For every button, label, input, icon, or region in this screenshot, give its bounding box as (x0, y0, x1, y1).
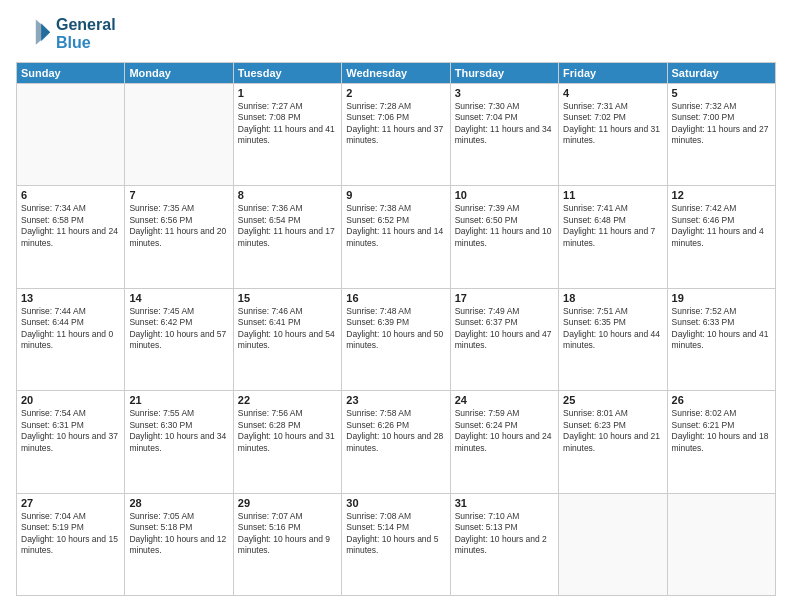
day-detail: Sunrise: 7:52 AM Sunset: 6:33 PM Dayligh… (672, 306, 771, 352)
calendar-day-cell: 7Sunrise: 7:35 AM Sunset: 6:56 PM Daylig… (125, 186, 233, 288)
weekday-header: Monday (125, 63, 233, 84)
calendar-week-row: 27Sunrise: 7:04 AM Sunset: 5:19 PM Dayli… (17, 493, 776, 595)
calendar-day-cell: 23Sunrise: 7:58 AM Sunset: 6:26 PM Dayli… (342, 391, 450, 493)
calendar-week-row: 1Sunrise: 7:27 AM Sunset: 7:08 PM Daylig… (17, 84, 776, 186)
calendar-day-cell: 22Sunrise: 7:56 AM Sunset: 6:28 PM Dayli… (233, 391, 341, 493)
day-detail: Sunrise: 7:36 AM Sunset: 6:54 PM Dayligh… (238, 203, 337, 249)
day-detail: Sunrise: 7:48 AM Sunset: 6:39 PM Dayligh… (346, 306, 445, 352)
weekday-header: Friday (559, 63, 667, 84)
calendar-day-cell: 24Sunrise: 7:59 AM Sunset: 6:24 PM Dayli… (450, 391, 558, 493)
day-number: 13 (21, 292, 120, 304)
day-number: 19 (672, 292, 771, 304)
weekday-header: Thursday (450, 63, 558, 84)
day-number: 24 (455, 394, 554, 406)
calendar-day-cell (559, 493, 667, 595)
calendar-day-cell: 13Sunrise: 7:44 AM Sunset: 6:44 PM Dayli… (17, 288, 125, 390)
day-number: 18 (563, 292, 662, 304)
day-number: 25 (563, 394, 662, 406)
day-detail: Sunrise: 7:59 AM Sunset: 6:24 PM Dayligh… (455, 408, 554, 454)
day-number: 1 (238, 87, 337, 99)
calendar-day-cell: 18Sunrise: 7:51 AM Sunset: 6:35 PM Dayli… (559, 288, 667, 390)
day-number: 20 (21, 394, 120, 406)
calendar-day-cell: 25Sunrise: 8:01 AM Sunset: 6:23 PM Dayli… (559, 391, 667, 493)
calendar-table: SundayMondayTuesdayWednesdayThursdayFrid… (16, 62, 776, 596)
day-detail: Sunrise: 7:28 AM Sunset: 7:06 PM Dayligh… (346, 101, 445, 147)
day-detail: Sunrise: 7:35 AM Sunset: 6:56 PM Dayligh… (129, 203, 228, 249)
day-number: 6 (21, 189, 120, 201)
calendar-day-cell: 21Sunrise: 7:55 AM Sunset: 6:30 PM Dayli… (125, 391, 233, 493)
calendar-day-cell: 2Sunrise: 7:28 AM Sunset: 7:06 PM Daylig… (342, 84, 450, 186)
calendar-day-cell: 8Sunrise: 7:36 AM Sunset: 6:54 PM Daylig… (233, 186, 341, 288)
day-detail: Sunrise: 7:42 AM Sunset: 6:46 PM Dayligh… (672, 203, 771, 249)
day-detail: Sunrise: 7:04 AM Sunset: 5:19 PM Dayligh… (21, 511, 120, 557)
calendar-day-cell: 1Sunrise: 7:27 AM Sunset: 7:08 PM Daylig… (233, 84, 341, 186)
calendar-day-cell: 28Sunrise: 7:05 AM Sunset: 5:18 PM Dayli… (125, 493, 233, 595)
day-number: 12 (672, 189, 771, 201)
day-number: 16 (346, 292, 445, 304)
calendar-day-cell: 11Sunrise: 7:41 AM Sunset: 6:48 PM Dayli… (559, 186, 667, 288)
logo-icon (16, 16, 52, 52)
day-number: 30 (346, 497, 445, 509)
day-detail: Sunrise: 7:45 AM Sunset: 6:42 PM Dayligh… (129, 306, 228, 352)
day-detail: Sunrise: 7:56 AM Sunset: 6:28 PM Dayligh… (238, 408, 337, 454)
day-detail: Sunrise: 7:44 AM Sunset: 6:44 PM Dayligh… (21, 306, 120, 352)
day-detail: Sunrise: 7:55 AM Sunset: 6:30 PM Dayligh… (129, 408, 228, 454)
day-detail: Sunrise: 7:31 AM Sunset: 7:02 PM Dayligh… (563, 101, 662, 147)
day-number: 31 (455, 497, 554, 509)
day-number: 28 (129, 497, 228, 509)
day-detail: Sunrise: 7:46 AM Sunset: 6:41 PM Dayligh… (238, 306, 337, 352)
day-number: 10 (455, 189, 554, 201)
day-number: 2 (346, 87, 445, 99)
header: General Blue (16, 16, 776, 52)
day-number: 4 (563, 87, 662, 99)
day-detail: Sunrise: 7:27 AM Sunset: 7:08 PM Dayligh… (238, 101, 337, 147)
day-number: 11 (563, 189, 662, 201)
day-detail: Sunrise: 7:07 AM Sunset: 5:16 PM Dayligh… (238, 511, 337, 557)
day-detail: Sunrise: 7:41 AM Sunset: 6:48 PM Dayligh… (563, 203, 662, 249)
day-detail: Sunrise: 7:38 AM Sunset: 6:52 PM Dayligh… (346, 203, 445, 249)
calendar-day-cell: 4Sunrise: 7:31 AM Sunset: 7:02 PM Daylig… (559, 84, 667, 186)
calendar-day-cell: 29Sunrise: 7:07 AM Sunset: 5:16 PM Dayli… (233, 493, 341, 595)
calendar-week-row: 20Sunrise: 7:54 AM Sunset: 6:31 PM Dayli… (17, 391, 776, 493)
day-detail: Sunrise: 7:49 AM Sunset: 6:37 PM Dayligh… (455, 306, 554, 352)
day-number: 23 (346, 394, 445, 406)
weekday-header: Saturday (667, 63, 775, 84)
calendar-day-cell: 12Sunrise: 7:42 AM Sunset: 6:46 PM Dayli… (667, 186, 775, 288)
day-detail: Sunrise: 7:51 AM Sunset: 6:35 PM Dayligh… (563, 306, 662, 352)
day-detail: Sunrise: 7:58 AM Sunset: 6:26 PM Dayligh… (346, 408, 445, 454)
logo-text: General Blue (56, 16, 116, 52)
calendar-day-cell: 19Sunrise: 7:52 AM Sunset: 6:33 PM Dayli… (667, 288, 775, 390)
day-detail: Sunrise: 7:34 AM Sunset: 6:58 PM Dayligh… (21, 203, 120, 249)
calendar-day-cell: 5Sunrise: 7:32 AM Sunset: 7:00 PM Daylig… (667, 84, 775, 186)
day-detail: Sunrise: 8:01 AM Sunset: 6:23 PM Dayligh… (563, 408, 662, 454)
calendar-day-cell: 16Sunrise: 7:48 AM Sunset: 6:39 PM Dayli… (342, 288, 450, 390)
calendar-day-cell: 26Sunrise: 8:02 AM Sunset: 6:21 PM Dayli… (667, 391, 775, 493)
day-number: 14 (129, 292, 228, 304)
day-number: 8 (238, 189, 337, 201)
calendar-day-cell: 31Sunrise: 7:10 AM Sunset: 5:13 PM Dayli… (450, 493, 558, 595)
day-detail: Sunrise: 7:30 AM Sunset: 7:04 PM Dayligh… (455, 101, 554, 147)
calendar-day-cell (667, 493, 775, 595)
day-number: 27 (21, 497, 120, 509)
calendar-day-cell: 15Sunrise: 7:46 AM Sunset: 6:41 PM Dayli… (233, 288, 341, 390)
weekday-header: Tuesday (233, 63, 341, 84)
calendar-header-row: SundayMondayTuesdayWednesdayThursdayFrid… (17, 63, 776, 84)
calendar-day-cell: 20Sunrise: 7:54 AM Sunset: 6:31 PM Dayli… (17, 391, 125, 493)
calendar-day-cell: 17Sunrise: 7:49 AM Sunset: 6:37 PM Dayli… (450, 288, 558, 390)
day-detail: Sunrise: 7:32 AM Sunset: 7:00 PM Dayligh… (672, 101, 771, 147)
weekday-header: Wednesday (342, 63, 450, 84)
calendar-day-cell: 27Sunrise: 7:04 AM Sunset: 5:19 PM Dayli… (17, 493, 125, 595)
page: General Blue SundayMondayTuesdayWednesda… (0, 0, 792, 612)
calendar-week-row: 6Sunrise: 7:34 AM Sunset: 6:58 PM Daylig… (17, 186, 776, 288)
day-number: 9 (346, 189, 445, 201)
weekday-header: Sunday (17, 63, 125, 84)
svg-marker-1 (36, 20, 50, 45)
calendar-day-cell (17, 84, 125, 186)
day-detail: Sunrise: 7:08 AM Sunset: 5:14 PM Dayligh… (346, 511, 445, 557)
calendar-day-cell: 6Sunrise: 7:34 AM Sunset: 6:58 PM Daylig… (17, 186, 125, 288)
day-number: 21 (129, 394, 228, 406)
day-detail: Sunrise: 7:39 AM Sunset: 6:50 PM Dayligh… (455, 203, 554, 249)
logo: General Blue (16, 16, 116, 52)
day-number: 15 (238, 292, 337, 304)
calendar-day-cell: 30Sunrise: 7:08 AM Sunset: 5:14 PM Dayli… (342, 493, 450, 595)
